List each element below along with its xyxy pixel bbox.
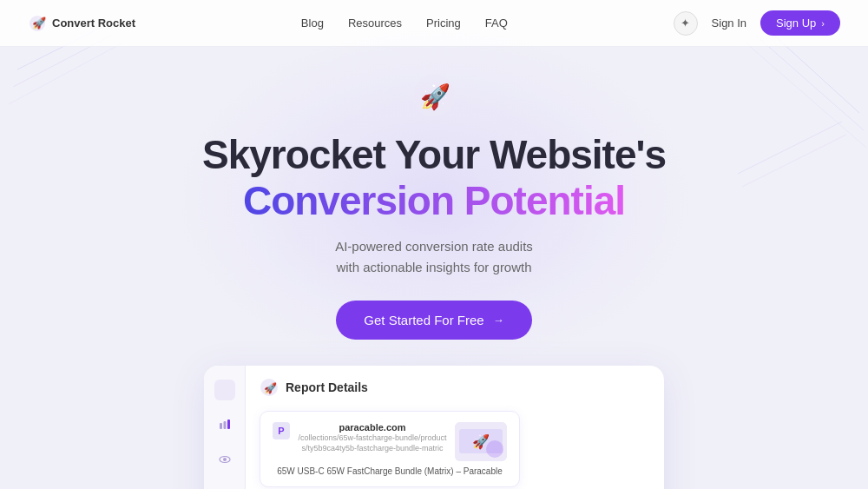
cta-button[interactable]: Get Started For Free → bbox=[336, 301, 531, 340]
paracable-logo: P bbox=[273, 422, 290, 439]
brand-name: Convert Rocket bbox=[52, 17, 135, 30]
hero-subtitle: AI-powered conversion rate audits with a… bbox=[335, 236, 533, 278]
sidebar-icon-rocket: 🚀 bbox=[214, 380, 235, 400]
report-card-url: paracable.com bbox=[297, 422, 448, 433]
svg-text:🚀: 🚀 bbox=[420, 83, 450, 111]
report-card: P paracable.com /collections/65w-fastcha… bbox=[260, 411, 520, 487]
hero-subtitle-line2: with actionable insights for growth bbox=[336, 260, 531, 274]
sidebar-icon-chart bbox=[214, 414, 235, 435]
svg-text:🚀: 🚀 bbox=[32, 16, 47, 30]
dashboard-preview: 🚀 bbox=[204, 366, 664, 489]
navbar: 🚀 Convert Rocket Blog Resources Pricing … bbox=[0, 0, 868, 47]
nav-links: Blog Resources Pricing FAQ bbox=[301, 17, 508, 30]
cta-arrow-icon: → bbox=[493, 314, 504, 327]
svg-rect-15 bbox=[227, 420, 230, 429]
hero-title-line2: Conversion Potential bbox=[243, 178, 625, 224]
signup-button[interactable]: Sign Up › bbox=[760, 10, 840, 36]
brand[interactable]: 🚀 Convert Rocket bbox=[28, 14, 135, 33]
svg-rect-13 bbox=[220, 423, 222, 429]
signup-label: Sign Up bbox=[776, 17, 816, 30]
nav-faq[interactable]: FAQ bbox=[485, 17, 508, 30]
dashboard-sidebar: 🚀 bbox=[204, 366, 246, 489]
svg-text:🚀: 🚀 bbox=[264, 381, 277, 394]
svg-text:🚀: 🚀 bbox=[472, 433, 490, 450]
theme-icon: ✦ bbox=[681, 17, 690, 30]
report-card-info: paracable.com /collections/65w-fastcharg… bbox=[297, 422, 448, 454]
report-card-product: 65W USB-C 65W FastCharge Bundle (Matrix)… bbox=[273, 466, 507, 476]
sidebar-icon-user bbox=[214, 484, 235, 489]
nav-resources[interactable]: Resources bbox=[348, 17, 402, 30]
hero-rocket-icon: 🚀 bbox=[411, 73, 457, 118]
svg-text:🚀: 🚀 bbox=[220, 386, 231, 396]
report-header: 🚀 Report Details bbox=[260, 378, 650, 397]
report-card-path: /collections/65w-fastcharge-bundle/produ… bbox=[297, 433, 448, 454]
hero-subtitle-line1: AI-powered conversion rate audits bbox=[335, 239, 533, 254]
dashboard-content: 🚀 Report Details P paracable.com /collec… bbox=[246, 366, 664, 489]
hero-section: 🚀 Skyrocket Your Website's Conversion Po… bbox=[0, 47, 868, 489]
report-title: Report Details bbox=[286, 380, 368, 394]
cta-label: Get Started For Free bbox=[364, 313, 483, 327]
hero-title-line1: Skyrocket Your Website's bbox=[202, 132, 666, 178]
report-icon: 🚀 bbox=[260, 378, 279, 397]
svg-rect-14 bbox=[223, 421, 226, 429]
brand-logo-icon: 🚀 bbox=[28, 14, 47, 33]
signup-arrow-icon: › bbox=[821, 18, 825, 29]
theme-toggle-button[interactable]: ✦ bbox=[674, 11, 698, 36]
sidebar-icon-eye bbox=[214, 449, 235, 470]
nav-actions: ✦ Sign In Sign Up › bbox=[674, 10, 840, 36]
nav-pricing[interactable]: Pricing bbox=[426, 17, 461, 30]
svg-point-17 bbox=[223, 458, 227, 461]
signin-button[interactable]: Sign In bbox=[712, 17, 746, 30]
report-card-thumbnail: 🚀 bbox=[455, 422, 507, 461]
nav-blog[interactable]: Blog bbox=[301, 17, 324, 30]
